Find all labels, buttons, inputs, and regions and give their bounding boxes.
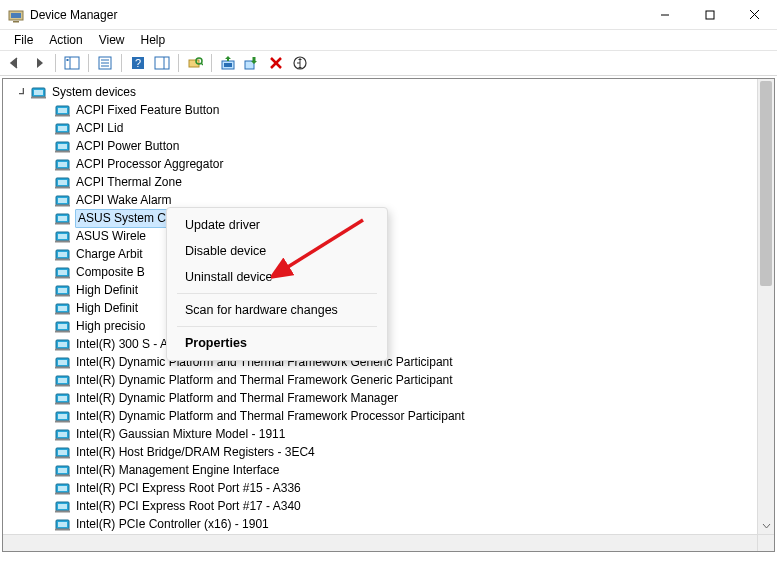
tree-category-system-devices[interactable]: System devices <box>7 83 770 101</box>
tree-item[interactable]: Intel(R) PCI Express Root Port #17 - A34… <box>7 497 770 515</box>
tree-category-label: System devices <box>51 84 137 101</box>
svg-rect-4 <box>706 11 714 19</box>
device-icon <box>55 193 71 207</box>
tree-item-label: Intel(R) Dynamic Platform and Thermal Fr… <box>75 390 399 407</box>
menu-item-properties[interactable]: Properties <box>167 330 387 356</box>
legacy-hardware-button[interactable] <box>289 52 311 74</box>
tree-item[interactable]: Intel(R) PCIe Controller (x16) - 1901 <box>7 515 770 533</box>
show-hide-console-tree-button[interactable] <box>61 52 83 74</box>
menu-file[interactable]: File <box>6 31 41 49</box>
device-icon <box>55 445 71 459</box>
device-icon <box>55 247 71 261</box>
app-icon <box>8 7 24 23</box>
tree-item-label: Intel(R) Dynamic Platform and Thermal Fr… <box>75 408 466 425</box>
scrollbar-thumb[interactable] <box>760 81 772 286</box>
title-bar: Device Manager <box>0 0 777 30</box>
device-category-icon <box>31 85 47 99</box>
device-tree-pane: System devicesACPI Fixed Feature ButtonA… <box>2 78 775 552</box>
maximize-button[interactable] <box>687 0 732 29</box>
tree-item-label: ACPI Wake Alarm <box>75 192 173 209</box>
forward-button[interactable] <box>28 52 50 74</box>
menu-bar: File Action View Help <box>0 30 777 50</box>
svg-rect-16 <box>155 57 169 69</box>
tree-item-label: ACPI Fixed Feature Button <box>75 102 220 119</box>
tree-item-label: ACPI Thermal Zone <box>75 174 183 191</box>
tree-item[interactable]: Intel(R) Management Engine Interface <box>7 461 770 479</box>
device-icon <box>55 283 71 297</box>
menu-view[interactable]: View <box>91 31 133 49</box>
tree-item-label: Composite B <box>75 264 146 281</box>
chevron-down-icon[interactable] <box>17 86 29 98</box>
tree-item-label: Intel(R) Dynamic Platform and Thermal Fr… <box>75 372 454 389</box>
scan-hardware-button[interactable] <box>184 52 206 74</box>
tree-item-label: Intel(R) Management Engine Interface <box>75 462 280 479</box>
tree-item-label: High precisio <box>75 318 146 335</box>
tree-item[interactable]: ASUS System Control Interface V2 <box>7 209 770 227</box>
vertical-scrollbar[interactable] <box>757 79 774 534</box>
menu-item-scan-hardware[interactable]: Scan for hardware changes <box>167 297 387 323</box>
menu-action[interactable]: Action <box>41 31 90 49</box>
window-title: Device Manager <box>30 8 642 22</box>
close-button[interactable] <box>732 0 777 29</box>
device-icon <box>55 391 71 405</box>
device-icon <box>55 409 71 423</box>
tree-item[interactable]: Intel(R) Host Bridge/DRAM Registers - 3E… <box>7 443 770 461</box>
update-driver-button[interactable] <box>217 52 239 74</box>
tree-item-label: Intel(R) PCI Express Root Port #15 - A33… <box>75 480 302 497</box>
device-icon <box>55 175 71 189</box>
device-icon <box>55 265 71 279</box>
menu-separator <box>177 293 377 294</box>
minimize-button[interactable] <box>642 0 687 29</box>
device-icon <box>55 319 71 333</box>
tree-item[interactable]: Charge Arbit <box>7 245 770 263</box>
tree-item[interactable]: ACPI Power Button <box>7 137 770 155</box>
menu-item-uninstall-device[interactable]: Uninstall device <box>167 264 387 290</box>
tree-item[interactable]: Intel(R) Dynamic Platform and Thermal Fr… <box>7 389 770 407</box>
tree-item[interactable]: High precisio <box>7 317 770 335</box>
tree-item[interactable]: ACPI Lid <box>7 119 770 137</box>
menu-item-disable-device[interactable]: Disable device <box>167 238 387 264</box>
horizontal-scrollbar[interactable] <box>3 534 757 551</box>
device-icon <box>55 229 71 243</box>
device-icon <box>55 337 71 351</box>
svg-text:?: ? <box>135 57 141 69</box>
device-icon <box>55 427 71 441</box>
device-icon <box>55 121 71 135</box>
scrollbar-corner <box>757 534 774 551</box>
disable-button[interactable] <box>241 52 263 74</box>
tree-item[interactable]: ACPI Fixed Feature Button <box>7 101 770 119</box>
tree-item[interactable]: Composite B <box>7 263 770 281</box>
tree-item[interactable]: Intel(R) Gaussian Mixture Model - 1911 <box>7 425 770 443</box>
back-button[interactable] <box>4 52 26 74</box>
device-icon <box>55 157 71 171</box>
svg-rect-7 <box>65 57 79 69</box>
action-pane-button[interactable] <box>151 52 173 74</box>
tree-item-label: Intel(R) PCIe Controller (x16) - 1901 <box>75 516 270 533</box>
tree-item[interactable]: Intel(R) Dynamic Platform and Thermal Fr… <box>7 407 770 425</box>
svg-rect-22 <box>224 63 232 67</box>
tree-item[interactable]: High Definit <box>7 299 770 317</box>
svg-rect-9 <box>67 59 69 61</box>
device-icon <box>55 499 71 513</box>
tree-item-label: ACPI Processor Aggregator <box>75 156 224 173</box>
tree-item-label: Intel(R) Host Bridge/DRAM Registers - 3E… <box>75 444 316 461</box>
tree-item[interactable]: Intel(R) Dynamic Platform and Thermal Fr… <box>7 353 770 371</box>
tree-item[interactable]: Intel(R) 300 S - A30D <box>7 335 770 353</box>
menu-item-update-driver[interactable]: Update driver <box>167 212 387 238</box>
tree-item[interactable]: ACPI Wake Alarm <box>7 191 770 209</box>
tree-item[interactable]: ACPI Processor Aggregator <box>7 155 770 173</box>
help-button[interactable]: ? <box>127 52 149 74</box>
tree-item-label: High Definit <box>75 282 139 299</box>
tree-item-label: Charge Arbit <box>75 246 144 263</box>
properties-button[interactable] <box>94 52 116 74</box>
tree-item[interactable]: ASUS Wirele <box>7 227 770 245</box>
tree-item[interactable]: ACPI Thermal Zone <box>7 173 770 191</box>
tree-item[interactable]: Intel(R) PCI Express Root Port #15 - A33… <box>7 479 770 497</box>
context-menu: Update driver Disable device Uninstall d… <box>166 207 388 361</box>
uninstall-button[interactable] <box>265 52 287 74</box>
tree-item[interactable]: Intel(R) Dynamic Platform and Thermal Fr… <box>7 371 770 389</box>
menu-help[interactable]: Help <box>133 31 174 49</box>
device-icon <box>55 139 71 153</box>
svg-rect-2 <box>13 21 19 23</box>
tree-item[interactable]: High Definit <box>7 281 770 299</box>
